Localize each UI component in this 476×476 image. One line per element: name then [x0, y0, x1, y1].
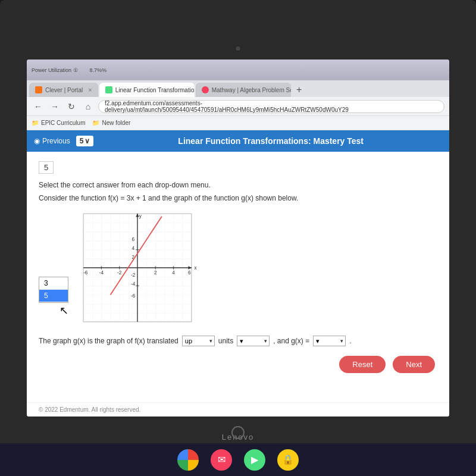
svg-text:-2: -2	[117, 270, 122, 275]
period-label: .	[349, 337, 351, 345]
tab-clever[interactable]: Clever | Portal ×	[29, 83, 98, 97]
fill-prefix: The graph g(x) is the graph of f(x) tran…	[39, 337, 178, 345]
url-text: f2.app.edmentum.com/assessments-delivery…	[105, 100, 438, 113]
clever-icon	[35, 86, 42, 93]
svg-text:-2: -2	[131, 273, 136, 278]
mathway-icon	[202, 86, 209, 93]
svg-text:-6: -6	[83, 270, 88, 275]
direction-dropdown-wrapper[interactable]: up down	[182, 336, 215, 346]
direction-dropdown[interactable]: up down	[182, 336, 215, 346]
question-num-text: 5	[80, 137, 84, 145]
taskbar-icon-play[interactable]: ▶	[244, 449, 265, 471]
value-dropdown[interactable]: ▾ 3 5	[237, 336, 270, 346]
instruction-text: Select the correct answer from each drop…	[39, 181, 437, 189]
tab-mathway-label: Mathway | Algebra Problem Solv	[212, 87, 291, 93]
svg-text:-4: -4	[99, 270, 104, 275]
copyright-text: © 2022 Edmentum. All rights reserved.	[39, 406, 140, 413]
bookmark-newfolder-icon: 📁	[92, 120, 99, 126]
question-body: 5 Select the correct answer from each dr…	[27, 152, 449, 402]
browser: Clever | Portal × Linear Function Transf…	[27, 80, 449, 416]
new-tab-button[interactable]: +	[292, 83, 306, 97]
question-number-badge: 5 ∨	[76, 136, 94, 146]
gx-dropdown-wrapper[interactable]: ▾ 3x + 6 3x - 4	[313, 336, 346, 346]
svg-text:4: 4	[131, 246, 134, 251]
bookmark-epic-icon: 📁	[32, 120, 39, 126]
action-buttons: Reset Next	[39, 356, 437, 373]
question-number-box: 5	[39, 161, 54, 174]
value-dropdown-list[interactable]: 3 5	[39, 277, 68, 303]
home-button[interactable]: ⌂	[82, 100, 95, 113]
value-dropdown-wrapper[interactable]: ▾ 3 5	[237, 336, 270, 346]
gx-dropdown[interactable]: ▾ 3x + 6 3x - 4	[313, 336, 346, 346]
svg-text:-6: -6	[131, 293, 136, 299]
and-label: , and g(x) =	[273, 337, 309, 345]
tab-clever-label: Clever | Portal	[45, 87, 83, 93]
graph-dropdown-row: 3 5 ↖	[39, 208, 437, 327]
bookmark-newfolder-label: New folder	[102, 120, 130, 126]
content-area: ◉ Previous 5 ∨ Linear Function Transform…	[27, 130, 449, 416]
os-bar-item-power: Power Utilization ①	[32, 67, 78, 73]
refresh-button[interactable]: ↻	[65, 100, 78, 113]
taskbar-icon-chrome[interactable]	[177, 449, 199, 471]
assessment-title: Linear Function Transformations: Mastery…	[99, 136, 442, 146]
taskbar: ✉ ▶ 🔒	[0, 443, 476, 476]
reset-button[interactable]: Reset	[339, 356, 386, 373]
content-footer: © 2022 Edmentum. All rights reserved.	[27, 402, 449, 416]
back-button[interactable]: ←	[32, 100, 45, 113]
dropdown-option-5[interactable]: 5	[39, 290, 68, 302]
bookmark-epic-label: EPIC Curriculum	[41, 120, 85, 126]
tab-linear[interactable]: Linear Function Transformations ×	[99, 83, 195, 97]
cursor-pointer-icon: ↖	[60, 304, 68, 317]
screen: Power Utilization ① 8.7%% Clever | Porta…	[27, 60, 449, 416]
os-bar: Power Utilization ① 8.7%%	[27, 60, 449, 80]
tab-bar: Clever | Portal × Linear Function Transf…	[27, 80, 449, 97]
laptop-bezel: Power Utilization ① 8.7%% Clever | Porta…	[0, 0, 476, 476]
taskbar-icon-mail[interactable]: ✉	[211, 449, 232, 471]
question-text: Consider the function f(x) = 3x + 1 and …	[39, 194, 437, 202]
svg-text:4: 4	[172, 270, 175, 275]
forward-button[interactable]: →	[48, 100, 61, 113]
svg-text:6: 6	[131, 237, 134, 242]
bookmarks-bar: 📁 EPIC Curriculum 📁 New folder	[27, 116, 449, 130]
os-bar-item-value: 8.7%%	[90, 67, 107, 73]
units-label: units	[218, 337, 233, 345]
url-bar[interactable]: f2.app.edmentum.com/assessments-delivery…	[98, 100, 444, 113]
back-arrow-icon: ◉	[34, 137, 40, 145]
svg-text:x: x	[194, 265, 196, 271]
chevron-down-icon[interactable]: ∨	[84, 137, 90, 145]
bookmark-newfolder[interactable]: 📁 New folder	[92, 120, 130, 126]
tab-clever-close[interactable]: ×	[88, 86, 92, 93]
tab-linear-label: Linear Function Transformations	[115, 87, 195, 93]
dropdown-option-3[interactable]: 3	[39, 277, 68, 290]
linear-icon	[105, 86, 112, 93]
tab-mathway[interactable]: Mathway | Algebra Problem Solv ×	[196, 83, 291, 97]
taskbar-icon-secure[interactable]: 🔒	[277, 449, 299, 471]
fill-sentence: The graph g(x) is the graph of f(x) tran…	[39, 336, 437, 346]
previous-button[interactable]: ◉ Previous	[34, 137, 70, 145]
bookmark-epic[interactable]: 📁 EPIC Curriculum	[32, 120, 85, 126]
svg-text:6: 6	[188, 270, 191, 275]
svg-text:-4: -4	[131, 281, 136, 287]
next-button[interactable]: Next	[393, 356, 435, 373]
coordinate-graph: 2 4 6 -2 -4 -6 4 6 2 -	[78, 208, 197, 327]
address-bar: ← → ↻ ⌂ f2.app.edmentum.com/assessments-…	[27, 97, 449, 116]
camera	[236, 46, 240, 51]
question-number-display: 5	[44, 163, 48, 172]
previous-label: Previous	[42, 137, 70, 145]
graph-container: 2 4 6 -2 -4 -6 4 6 2 -	[78, 208, 197, 327]
assessment-header: ◉ Previous 5 ∨ Linear Function Transform…	[27, 130, 449, 152]
home-circle-button[interactable]	[231, 426, 245, 439]
svg-text:2: 2	[154, 270, 157, 275]
